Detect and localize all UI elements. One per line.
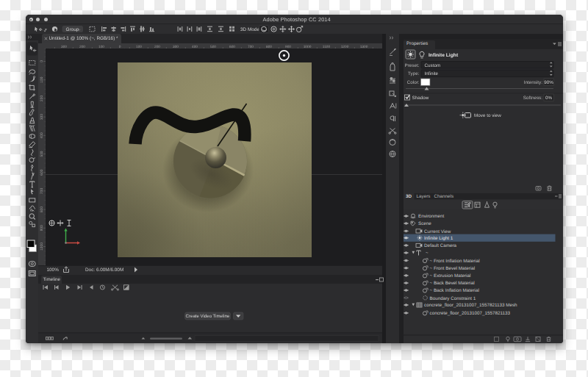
svg-text:~: ~ [426, 251, 429, 256]
svg-text:Environment: Environment [418, 214, 445, 219]
svg-text:~ Front Bevel Material: ~ Front Bevel Material [430, 266, 476, 271]
svg-text:Color:: Color: [407, 80, 420, 85]
svg-text:Softness:: Softness: [523, 96, 543, 101]
svg-text:3D: 3D [406, 194, 412, 199]
svg-text:Type:: Type: [408, 71, 420, 76]
svg-text:Infinite Light: Infinite Light [429, 52, 459, 57]
svg-text:Default Camera: Default Camera [424, 243, 457, 248]
svg-text:Group: Group [65, 27, 79, 32]
svg-text:Preset:: Preset: [405, 62, 420, 68]
svg-text:Custom: Custom [425, 62, 441, 68]
svg-text:Channels: Channels [434, 194, 454, 199]
svg-text:Boundary Constraint 1: Boundary Constraint 1 [430, 296, 476, 301]
svg-text:~ Back Bevel Material: ~ Back Bevel Material [430, 281, 475, 286]
svg-text:concrete_floor_20131007_155782: concrete_floor_20131007_1557821133 Mesh [424, 303, 517, 308]
svg-text:Scene: Scene [418, 221, 431, 226]
svg-text:Infinite: Infinite [425, 71, 439, 76]
svg-text:~ Extrusion Material: ~ Extrusion Material [430, 273, 471, 279]
svg-text:Layers: Layers [417, 194, 431, 199]
svg-text:Infinite Light 1: Infinite Light 1 [424, 236, 453, 241]
svg-text:3D Mode:: 3D Mode: [240, 27, 261, 32]
svg-text:Current View: Current View [424, 229, 451, 234]
svg-text:~ Back Inflation Material: ~ Back Inflation Material [430, 288, 479, 293]
svg-text:Move to view: Move to view [474, 113, 501, 118]
svg-text:~ Front Inflation Material: ~ Front Inflation Material [430, 259, 480, 264]
svg-text:Shadow: Shadow [412, 96, 429, 101]
svg-text:0%: 0% [545, 96, 553, 101]
svg-text:÷: ÷ [78, 28, 80, 32]
svg-text:90%: 90% [544, 80, 553, 85]
svg-text:Create Video Timeline: Create Video Timeline [186, 314, 230, 319]
svg-text:concrete_floor_20131007_155782: concrete_floor_20131007_1557821133 [430, 311, 511, 316]
svg-text:Intensity:: Intensity: [524, 80, 542, 85]
